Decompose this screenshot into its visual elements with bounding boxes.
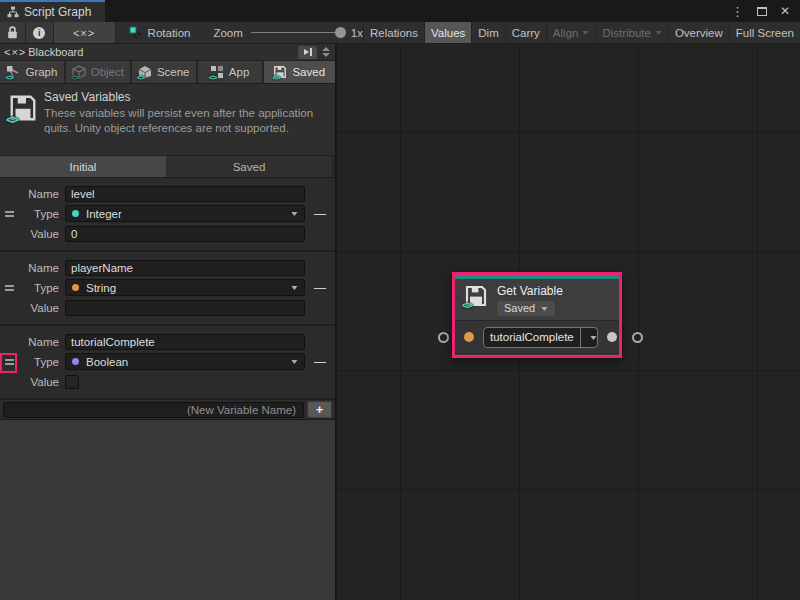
chevron-down-icon: ▼ bbox=[581, 29, 590, 36]
full-screen-button[interactable]: Full Screen bbox=[729, 22, 800, 43]
main-area: <×> Blackboard <> Graph bbox=[0, 44, 800, 600]
annotation-highlight-box bbox=[0, 353, 17, 373]
variable-value-input[interactable] bbox=[65, 300, 305, 316]
type-color-dot bbox=[72, 210, 79, 217]
window-menu-icon[interactable]: ⋮ bbox=[731, 5, 744, 18]
carry-button[interactable]: Carry bbox=[505, 22, 546, 43]
script-graph-icon bbox=[7, 6, 19, 18]
variable-type-dropdown[interactable]: Boolean ▼ bbox=[65, 353, 305, 370]
close-icon[interactable]: ✕ bbox=[780, 5, 790, 17]
saved-variables-floppy-icon: <> bbox=[8, 93, 38, 123]
chevron-down-icon: ▼ bbox=[654, 29, 663, 36]
blackboard-panel: <×> Blackboard <> Graph bbox=[0, 44, 336, 600]
chevron-down-icon: ▼ bbox=[290, 210, 300, 217]
align-button: Align▼ bbox=[546, 22, 596, 43]
tab-script-graph[interactable]: Script Graph bbox=[0, 0, 105, 22]
saved-variables-info: <> Saved Variables These variables will … bbox=[0, 84, 335, 156]
window-controls: ⋮ ✕ bbox=[721, 0, 800, 22]
distribute-button: Distribute▼ bbox=[595, 22, 668, 43]
chevron-down-icon: ▼ bbox=[588, 334, 598, 341]
down-arrow-icon bbox=[322, 53, 330, 57]
app-grid-icon: <> bbox=[210, 65, 224, 79]
lock-icon bbox=[7, 26, 18, 39]
variables-icon: <×> bbox=[73, 27, 95, 39]
scene-icon: <> bbox=[138, 65, 152, 79]
drag-handle[interactable] bbox=[5, 211, 14, 217]
type-label: Type bbox=[18, 356, 59, 368]
tab-graph[interactable]: <> Graph bbox=[0, 61, 66, 83]
info-icon: i bbox=[33, 27, 45, 39]
graph-toolbar: i <×> Rotation Zoom 1x Relations Values … bbox=[0, 22, 800, 44]
values-button[interactable]: Values bbox=[424, 22, 471, 43]
type-color-dot bbox=[72, 284, 79, 291]
maximize-icon[interactable] bbox=[757, 7, 767, 16]
blackboard-header: <×> Blackboard bbox=[0, 44, 335, 61]
remove-variable-button[interactable]: — bbox=[305, 281, 335, 295]
zoom-control: Zoom 1x bbox=[213, 22, 363, 43]
relations-button[interactable]: Relations bbox=[363, 22, 424, 43]
variable-type-dropdown[interactable]: String ▼ bbox=[65, 279, 305, 296]
remove-variable-button[interactable]: — bbox=[305, 207, 335, 221]
node-selection-highlight: <> Get Variable Saved ▼ bbox=[452, 272, 622, 358]
variable-type-dropdown[interactable]: Integer ▼ bbox=[65, 205, 305, 222]
chevron-down-icon: ▼ bbox=[540, 305, 550, 312]
variable-card-level: Name Type Integer ▼ — bbox=[0, 178, 335, 252]
info-button[interactable]: i bbox=[26, 22, 54, 43]
type-label: Type bbox=[18, 282, 59, 294]
name-label: Name bbox=[18, 336, 59, 348]
get-variable-node[interactable]: <> Get Variable Saved ▼ bbox=[455, 275, 619, 355]
variable-name-input[interactable] bbox=[65, 334, 305, 350]
saved-floppy-icon: <> bbox=[273, 65, 287, 79]
new-variable-name-input[interactable] bbox=[3, 402, 304, 418]
blackboard-empty-area bbox=[0, 420, 335, 600]
script-graph-window: Script Graph ⋮ ✕ i <×> Rotation Zoom bbox=[0, 0, 800, 600]
value-label: Value bbox=[18, 302, 59, 314]
tab-title: Script Graph bbox=[24, 5, 91, 19]
zoom-slider[interactable] bbox=[251, 32, 343, 33]
remove-variable-button[interactable]: — bbox=[305, 355, 335, 369]
tab-initial[interactable]: Initial bbox=[0, 156, 166, 177]
node-footer bbox=[455, 354, 619, 355]
rotation-button[interactable]: Rotation bbox=[125, 22, 195, 43]
variable-name-port[interactable] bbox=[464, 332, 474, 342]
rotation-label: Rotation bbox=[148, 27, 191, 39]
variable-card-playerName: Name Type String ▼ — bbox=[0, 252, 335, 326]
panel-resize-spinner[interactable] bbox=[320, 47, 332, 57]
dock-panel-button[interactable] bbox=[298, 46, 317, 59]
overview-button[interactable]: Overview bbox=[668, 22, 729, 43]
graph-icon: <> bbox=[6, 65, 20, 79]
value-output-port[interactable] bbox=[607, 332, 617, 342]
output-connection-port[interactable] bbox=[632, 332, 643, 343]
zoom-slider-handle[interactable] bbox=[335, 27, 346, 38]
zoom-label: Zoom bbox=[213, 27, 242, 39]
rotation-icon bbox=[129, 26, 143, 40]
input-connection-port[interactable] bbox=[438, 332, 449, 343]
type-color-dot bbox=[72, 358, 79, 365]
variable-value-input[interactable] bbox=[65, 226, 305, 242]
variable-select-dropdown[interactable]: tutorialComplete ▼ bbox=[483, 327, 598, 348]
tab-app[interactable]: <> App bbox=[198, 61, 264, 83]
lock-button[interactable] bbox=[0, 22, 26, 43]
chevron-down-icon: ▼ bbox=[290, 284, 300, 291]
tab-saved-values[interactable]: Saved bbox=[166, 156, 332, 177]
variable-name-input[interactable] bbox=[65, 186, 305, 202]
saved-variable-floppy-icon: <> bbox=[464, 284, 488, 308]
value-label: Value bbox=[18, 376, 59, 388]
drag-handle[interactable] bbox=[5, 285, 14, 291]
dim-button[interactable]: Dim bbox=[471, 22, 504, 43]
value-mode-tabs: Initial Saved bbox=[0, 156, 335, 178]
tab-object: <> Object bbox=[66, 61, 132, 83]
variable-name-input[interactable] bbox=[65, 260, 305, 276]
saved-variables-description: These variables will persist even after … bbox=[44, 106, 322, 136]
variables-button[interactable]: <×> bbox=[54, 22, 116, 43]
scope-dropdown[interactable]: Saved ▼ bbox=[497, 301, 555, 316]
value-checkbox[interactable] bbox=[65, 375, 79, 389]
variables-list: Name Type Integer ▼ — bbox=[0, 178, 335, 400]
dock-icon bbox=[304, 49, 309, 55]
add-variable-button[interactable]: + bbox=[307, 401, 332, 418]
graph-canvas[interactable]: <> Get Variable Saved ▼ bbox=[337, 44, 800, 600]
node-body: tutorialComplete ▼ bbox=[455, 320, 619, 354]
saved-variables-title: Saved Variables bbox=[44, 90, 131, 104]
tab-scene[interactable]: <> Scene bbox=[132, 61, 198, 83]
tab-saved[interactable]: <> Saved bbox=[264, 61, 336, 83]
